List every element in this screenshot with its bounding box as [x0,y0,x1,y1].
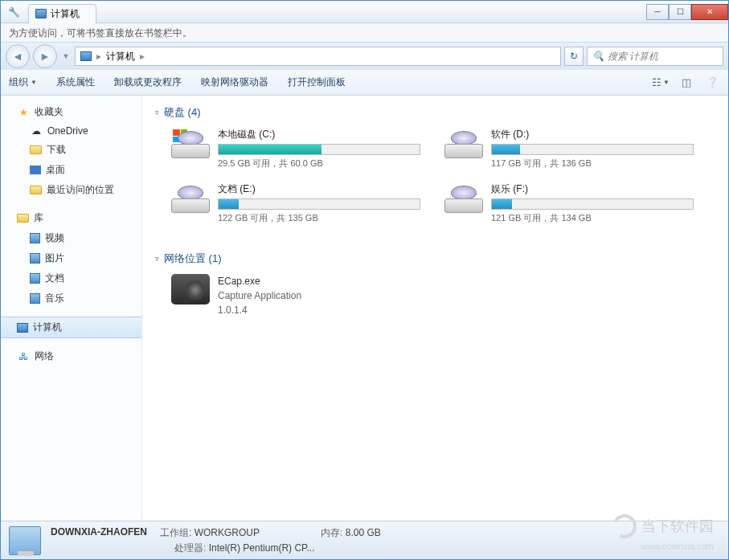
address-bar[interactable]: ▸ 计算机 ▸ [75,47,561,66]
organize-menu[interactable]: 组织▼ [9,76,37,89]
desktop-icon [30,166,41,174]
drive-info: 文档 (E:) 122 GB 可用，共 135 GB [218,182,420,224]
wrench-icon[interactable]: 🔧 [6,6,22,18]
sidebar-item-onedrive[interactable]: ☁OneDrive [1,122,141,140]
section-netloc[interactable]: ▿网络位置 (1) [155,251,715,266]
network-icon: 🖧 [17,351,30,362]
drive-icon [444,182,483,213]
bookmark-hint: 为方便访问，可将书签直接放在书签栏中。 [9,27,192,39]
drive-name: 娱乐 (F:) [491,182,694,196]
help-button[interactable]: ❔ [704,76,720,90]
drive-item[interactable]: 本地磁盘 (C:) 29.5 GB 可用，共 60.0 GB [171,128,420,170]
folder-icon [30,145,42,154]
sidebar-item-downloads[interactable]: 下载 [1,140,141,160]
collapse-icon: ▿ [155,255,159,263]
drive-name: 本地磁盘 (C:) [218,128,420,141]
explorer-window: 🔧 计算机 ─ ☐ ✕ 为方便访问，可将书签直接放在书签栏中。 ◄ ► ▼ ▸ … [0,0,729,560]
statusbar: DOWNXIA-ZHAOFEN 工作组: WORKGROUP 内存: 8.00 … [1,521,728,559]
history-dropdown[interactable]: ▼ [60,52,72,60]
computer-icon [9,526,41,555]
back-button[interactable]: ◄ [6,44,30,68]
drive-free-text: 121 GB 可用，共 134 GB [491,212,694,224]
drive-name: 软件 (D:) [491,128,694,141]
drive-usage-bar [491,144,694,155]
sidebar-item-desktop[interactable]: 桌面 [1,160,141,180]
computer-icon [17,323,28,333]
network-item-version: 1.0.1.4 [218,303,301,317]
sidebar-item-videos[interactable]: 视频 [1,228,141,248]
forward-button[interactable]: ► [33,44,57,68]
refresh-button[interactable]: ↻ [564,47,584,66]
map-drive-button[interactable]: 映射网络驱动器 [201,76,268,89]
sidebar-item-pictures[interactable]: 图片 [1,248,141,268]
sidebar-item-network[interactable]: 🖧网络 [1,346,141,366]
drive-icon [171,182,210,213]
drive-info: 软件 (D:) 117 GB 可用，共 136 GB [491,128,694,170]
sidebar-item-computer[interactable]: 计算机 [1,317,141,338]
search-placeholder: 搜索 计算机 [608,50,658,63]
sidebar-item-documents[interactable]: 文档 [1,268,141,288]
titlebar: 🔧 计算机 ─ ☐ ✕ [1,1,728,23]
preview-pane-button[interactable]: ◫ [678,76,694,90]
drive-icon [171,128,210,158]
sidebar-item-music[interactable]: 音乐 [1,288,141,309]
drive-free-text: 122 GB 可用，共 135 GB [218,212,420,224]
drives-list: 本地磁盘 (C:) 29.5 GB 可用，共 60.0 GB 软件 (D:) 1… [171,128,715,237]
network-item-info: ECap.exe Capture Application 1.0.1.4 [218,274,301,317]
camera-icon [171,274,210,305]
network-item-desc: Capture Application [218,288,301,303]
sidebar-favorites[interactable]: ★收藏夹 [1,102,141,122]
toolbar: 组织▼ 系统属性 卸载或更改程序 映射网络驱动器 打开控制面板 ☷▼ ◫ ❔ [1,70,728,96]
system-properties-button[interactable]: 系统属性 [56,76,95,89]
address-row: ◄ ► ▼ ▸ 计算机 ▸ ↻ 🔍 搜索 计算机 [1,43,728,70]
sidebar-item-recent[interactable]: 最近访问的位置 [1,180,141,200]
network-item[interactable]: ECap.exe Capture Application 1.0.1.4 [171,274,715,317]
drive-item[interactable]: 文档 (E:) 122 GB 可用，共 135 GB [171,182,420,224]
view-options-button[interactable]: ☷▼ [653,76,669,90]
uninstall-button[interactable]: 卸载或更改程序 [114,76,182,89]
star-icon: ★ [17,107,30,118]
drive-usage-bar [218,198,420,210]
onedrive-icon: ☁ [30,125,43,137]
window-controls: ─ ☐ ✕ [646,4,728,20]
search-icon: 🔍 [592,51,604,62]
minimize-button[interactable]: ─ [646,4,669,20]
libraries-icon [17,214,29,223]
section-drives[interactable]: ▿硬盘 (4) [155,105,715,120]
folder-icon [30,186,42,194]
search-box[interactable]: 🔍 搜索 计算机 [587,47,723,66]
close-button[interactable]: ✕ [691,4,728,20]
computer-icon [80,51,92,61]
maximize-button[interactable]: ☐ [669,4,691,20]
network-item-name: ECap.exe [218,274,301,288]
control-panel-button[interactable]: 打开控制面板 [288,76,346,89]
sidebar-libraries[interactable]: 库 [1,208,141,228]
video-icon [30,233,40,243]
breadcrumb-sep-icon[interactable]: ▸ [96,51,101,62]
collapse-icon: ▿ [155,108,159,116]
drive-info: 本地磁盘 (C:) 29.5 GB 可用，共 60.0 GB [218,128,420,170]
tab-title: 计算机 [51,7,80,21]
drive-free-text: 117 GB 可用，共 136 GB [491,157,694,170]
drive-icon [444,128,483,158]
drive-item[interactable]: 娱乐 (F:) 121 GB 可用，共 134 GB [444,182,694,224]
document-icon [30,273,40,284]
music-icon [30,293,40,304]
drive-item[interactable]: 软件 (D:) 117 GB 可用，共 136 GB [444,128,694,170]
drive-free-text: 29.5 GB 可用，共 60.0 GB [218,157,420,170]
bookmark-bar: 为方便访问，可将书签直接放在书签栏中。 [1,23,728,43]
breadcrumb-sep-icon[interactable]: ▸ [140,51,145,62]
content-pane: ▿硬盘 (4) 本地磁盘 (C:) 29.5 GB 可用，共 60.0 GB 软… [142,96,728,521]
drive-usage-bar [218,144,420,155]
status-computer-name: DOWNXIA-ZHAOFEN [51,526,147,540]
sidebar: ★收藏夹 ☁OneDrive 下载 桌面 最近访问的位置 库 视频 图片 文档 … [1,96,142,521]
picture-icon [30,253,40,264]
main-area: ★收藏夹 ☁OneDrive 下载 桌面 最近访问的位置 库 视频 图片 文档 … [1,96,728,521]
browser-tab[interactable]: 计算机 [28,4,96,23]
computer-icon [35,9,47,18]
drive-name: 文档 (E:) [218,182,420,196]
drive-usage-bar [491,198,694,210]
drive-info: 娱乐 (F:) 121 GB 可用，共 134 GB [491,182,694,224]
breadcrumb-item[interactable]: 计算机 [106,50,135,63]
